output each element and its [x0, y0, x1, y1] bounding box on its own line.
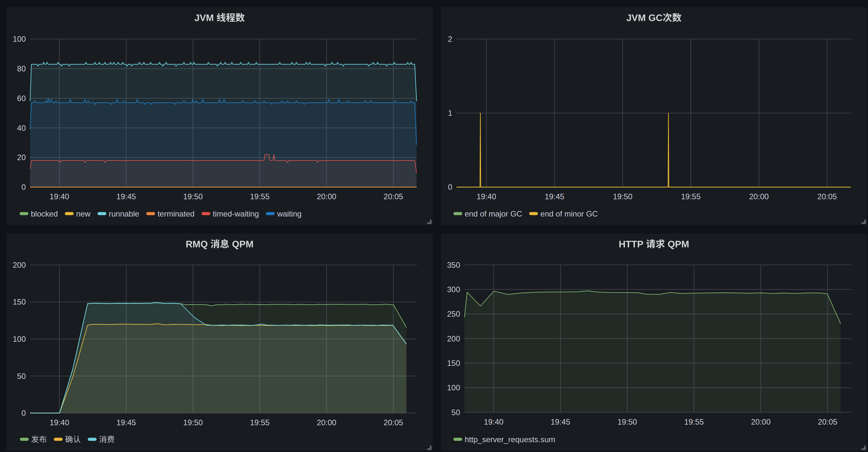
svg-text:250: 250: [447, 310, 460, 318]
svg-text:end of major GC: end of major GC: [465, 209, 522, 218]
svg-text:timed-waiting: timed-waiting: [213, 209, 259, 218]
svg-text:2: 2: [448, 35, 452, 43]
svg-text:19:50: 19:50: [183, 418, 203, 427]
svg-text:19:50: 19:50: [617, 417, 637, 426]
svg-text:new: new: [76, 209, 91, 218]
svg-text:19:40: 19:40: [50, 192, 69, 201]
svg-text:19:45: 19:45: [117, 192, 136, 201]
svg-text:20:05: 20:05: [383, 192, 403, 201]
svg-text:50: 50: [17, 372, 26, 381]
svg-text:19:55: 19:55: [684, 417, 704, 426]
svg-text:60: 60: [17, 94, 26, 103]
svg-text:40: 40: [17, 124, 26, 132]
svg-text:20:00: 20:00: [749, 192, 769, 201]
svg-text:19:45: 19:45: [117, 418, 136, 427]
svg-text:350: 350: [447, 261, 460, 269]
svg-text:0: 0: [448, 183, 452, 191]
svg-text:80: 80: [17, 64, 26, 73]
svg-text:300: 300: [447, 285, 460, 294]
svg-text:20:00: 20:00: [317, 418, 336, 427]
svg-text:terminated: terminated: [158, 209, 194, 218]
svg-text:100: 100: [13, 35, 26, 43]
svg-text:50: 50: [451, 408, 460, 417]
svg-text:19:40: 19:40: [476, 192, 496, 201]
svg-text:20:05: 20:05: [818, 417, 837, 426]
svg-text:19:55: 19:55: [250, 418, 270, 427]
svg-text:20:05: 20:05: [817, 192, 837, 201]
svg-text:19:55: 19:55: [681, 192, 701, 201]
svg-text:end of minor GC: end of minor GC: [540, 209, 598, 218]
svg-text:100: 100: [447, 383, 460, 392]
svg-text:150: 150: [13, 297, 26, 306]
svg-text:20: 20: [17, 153, 26, 162]
svg-text:19:50: 19:50: [183, 192, 203, 201]
svg-text:100: 100: [13, 334, 26, 344]
svg-text:19:45: 19:45: [545, 192, 564, 201]
svg-text:200: 200: [13, 261, 26, 269]
svg-text:http_server_requests.sum: http_server_requests.sum: [465, 435, 555, 444]
svg-text:runnable: runnable: [108, 209, 139, 218]
svg-text:20:05: 20:05: [383, 418, 403, 427]
svg-text:150: 150: [447, 359, 460, 367]
svg-text:19:55: 19:55: [250, 192, 270, 201]
svg-text:19:40: 19:40: [484, 417, 503, 426]
svg-text:blocked: blocked: [31, 209, 58, 218]
svg-text:200: 200: [447, 334, 460, 343]
svg-text:20:00: 20:00: [317, 192, 336, 201]
svg-text:waiting: waiting: [277, 209, 302, 218]
svg-text:19:40: 19:40: [50, 418, 69, 427]
svg-text:20:00: 20:00: [751, 417, 770, 426]
svg-text:19:45: 19:45: [551, 417, 570, 426]
svg-text:0: 0: [22, 183, 26, 191]
svg-text:19:50: 19:50: [613, 192, 632, 201]
svg-text:1: 1: [448, 108, 452, 118]
svg-text:0: 0: [22, 409, 26, 417]
